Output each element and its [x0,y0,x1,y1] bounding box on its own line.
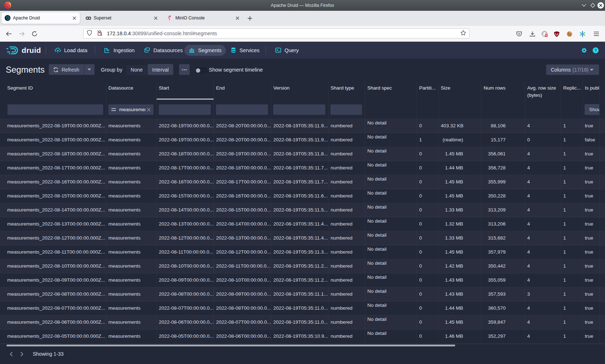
table-cell[interactable]: false [583,133,600,147]
table-cell[interactable]: No detail [365,329,417,343]
table-cell[interactable]: 2022-08-15T00:00:00.0... [157,189,214,203]
table-cell[interactable]: No detail [365,175,417,189]
table-cell[interactable]: true [583,329,600,343]
table-row[interactable]: measurements_2022-08-11T00:00:00.000Z...… [0,245,605,259]
extension-icon[interactable] [539,26,550,42]
help-icon[interactable]: ? [591,46,600,55]
navbar-item-ingestion[interactable]: Ingestion [100,45,139,56]
table-cell[interactable]: 1 [561,301,583,315]
table-cell[interactable]: true [583,245,600,259]
column-header[interactable]: Avg. row size(bytes) [525,81,561,100]
table-cell[interactable]: 355,059 [481,273,525,287]
table-cell[interactable]: 357,979 [481,245,525,259]
table-cell[interactable]: true [583,287,600,301]
table-cell[interactable]: numbered [328,287,365,301]
table-cell[interactable]: true [583,343,600,345]
column-header[interactable]: Size [439,81,481,100]
table-row[interactable]: measurements_2022-08-14T00:00:00.000Z...… [0,203,605,217]
table-cell[interactable]: 3 [525,287,561,301]
table-cell[interactable]: 1 [561,147,583,161]
tab-minio[interactable]: MinIO Console [164,12,243,24]
column-header[interactable]: Num rows [481,81,525,100]
filter-input[interactable]: measurements [108,104,154,115]
table-cell[interactable]: numbered [328,245,365,259]
previous-page-icon[interactable] [6,349,17,359]
table-cell[interactable]: 4 [525,315,561,329]
table-row[interactable]: measurements_2022-08-18T00:00:00.000Z...… [0,147,605,161]
table-cell[interactable]: numbered [328,315,365,329]
table-cell[interactable]: No detail [365,315,417,329]
table-cell[interactable]: 2022-08-19T05:35:10.9... [271,329,328,343]
table-cell[interactable]: 360,570 [481,301,525,315]
table-cell[interactable]: 2022-08-10T00:00:00.0... [157,259,214,273]
table-cell[interactable]: 0 [417,245,439,259]
filter-input[interactable] [273,104,326,115]
table-row[interactable]: measurements_2022-08-12T00:00:00.000Z...… [0,231,605,245]
table-cell[interactable]: 1.45 MB [439,147,481,161]
table-cell[interactable]: 2022-08-18T00:00:00.0... [157,147,214,161]
table-cell[interactable]: 1.44 MB [439,161,481,175]
table-cell[interactable]: true [583,161,600,175]
table-cell[interactable]: numbered [328,301,365,315]
navbar-item-segments[interactable]: Segments [184,45,226,56]
hamburger-menu-icon[interactable] [591,26,602,42]
table-cell[interactable]: 4 [525,259,561,273]
table-cell[interactable]: 350,442 [481,259,525,273]
table-cell[interactable]: numbered [328,273,365,287]
table-cell[interactable]: 2022-08-19T05:35:11.5... [271,203,328,217]
table-cell[interactable]: measurements [106,231,157,245]
table-cell[interactable]: 4 [525,175,561,189]
table-cell[interactable]: No detail [365,119,417,133]
table-cell[interactable]: true [583,273,600,287]
table-row[interactable]: measurements_2022-08-06T00:00:00.000Z...… [0,315,605,329]
table-cell[interactable]: 2022-08-14T00:00:00.0... [214,217,271,231]
table-cell[interactable]: 4 [525,119,561,133]
table-row[interactable]: measurements_2022-08-09T00:00:00.000Z...… [0,273,605,287]
column-header[interactable]: Datasource [106,81,157,100]
filter-input[interactable] [7,104,103,115]
table-cell[interactable]: true [583,259,600,273]
table-cell[interactable]: measurements [106,315,157,329]
filter-input[interactable] [158,104,211,115]
table-cell[interactable]: 2022-08-19T05:35:11.0... [271,315,328,329]
table-cell[interactable]: 2022-08-19T05:35:11.6... [271,189,328,203]
table-cell[interactable]: 313,209 [481,203,525,217]
table-cell[interactable]: No detail [365,259,417,273]
table-cell[interactable]: 352,297 [481,329,525,343]
table-cell[interactable]: numbered [328,133,365,147]
table-cell[interactable]: 2022-08-11T00:00:00.0... [157,245,214,259]
table-cell[interactable]: measurements_2022-08-05T00:00:00.000Z... [0,329,106,343]
column-header[interactable]: Version [271,81,328,100]
url-text[interactable]: 172.18.0.4:30899/unified-console.html#se… [107,31,460,36]
table-cell[interactable]: 1 [561,315,583,329]
back-icon[interactable] [4,26,14,42]
table-cell[interactable]: measurements_2022-08-15T00:00:00.000Z... [0,189,106,203]
table-cell[interactable]: numbered [328,203,365,217]
table-cell[interactable]: numbered [328,217,365,231]
segment-timeline-toggle[interactable] [195,68,207,73]
table-cell[interactable]: 1 [561,231,583,245]
download-icon[interactable] [527,26,538,42]
is-published-filter-button[interactable]: Show all [584,104,600,115]
table-cell[interactable]: 4 [525,161,561,175]
table-cell[interactable]: 4 [525,343,561,345]
table-cell[interactable]: 1.43 MB [439,273,481,287]
cookie-icon[interactable] [564,26,575,42]
table-cell[interactable]: measurements_2022-08-10T00:00:00.000Z... [0,259,106,273]
table-cell[interactable]: 2022-08-08T00:00:00.0... [157,287,214,301]
table-cell[interactable]: 2022-08-19T05:35:11.4... [271,231,328,245]
table-cell[interactable]: 1 [561,133,583,147]
settings-gear-icon[interactable] [580,46,588,55]
table-row[interactable]: measurements_2022-08-19T00:00:00.000Z...… [0,133,605,147]
table-cell[interactable]: 359,847 [481,315,525,329]
table-cell[interactable]: measurements [106,189,157,203]
table-cell[interactable]: 2022-08-19T05:35:11.9... [271,119,328,133]
window-maximize-icon[interactable] [589,0,597,11]
column-header[interactable]: End [214,81,271,100]
table-cell[interactable]: measurements_2022-08-13T00:00:00.000Z... [0,217,106,231]
table-cell[interactable]: 2022-08-13T00:00:00.0... [214,231,271,245]
table-cell[interactable]: No detail [365,245,417,259]
table-cell[interactable]: 1.42 MB [439,259,481,273]
table-cell[interactable]: 355,999 [481,175,525,189]
table-cell[interactable]: 1.46 MB [439,329,481,343]
